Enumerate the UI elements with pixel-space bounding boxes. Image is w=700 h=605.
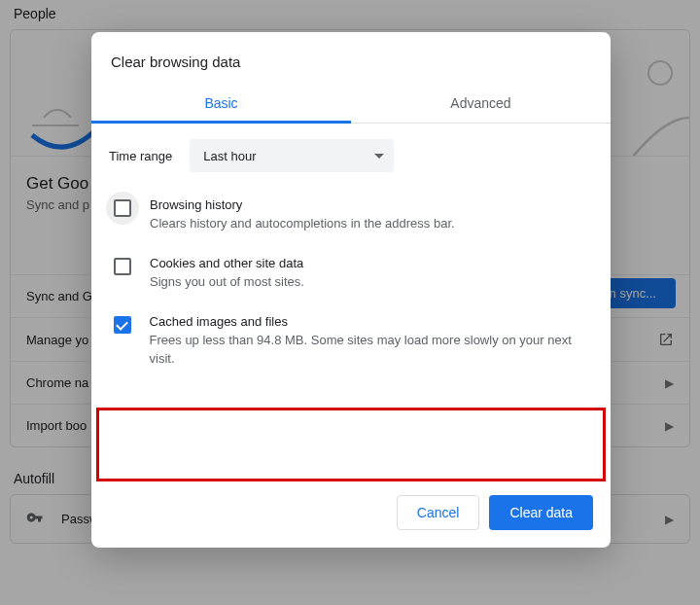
tab-advanced[interactable]: Advanced: [351, 84, 611, 123]
option-browsing-history: Browsing history Clears history and auto…: [109, 190, 593, 248]
option-desc: Clears history and autocompletions in th…: [150, 215, 455, 232]
option-cached-files: Cached images and files Frees up less th…: [109, 306, 593, 382]
time-range-select[interactable]: Last hour: [190, 139, 394, 172]
time-range-value: Last hour: [203, 149, 256, 163]
time-range-row: Time range Last hour: [109, 139, 593, 172]
option-cookies: Cookies and other site data Signs you ou…: [109, 248, 593, 306]
option-title: Browsing history: [150, 197, 455, 212]
time-range-label: Time range: [109, 149, 172, 163]
tab-basic[interactable]: Basic: [91, 84, 351, 123]
option-title: Cookies and other site data: [150, 256, 304, 270]
dialog-footer: Cancel Clear data: [91, 483, 611, 548]
cancel-button[interactable]: Cancel: [397, 495, 480, 530]
clear-data-button[interactable]: Clear data: [489, 495, 593, 530]
annotation-highlight: [96, 408, 606, 481]
option-title: Cached images and files: [150, 314, 593, 329]
checkbox-browsing-history[interactable]: [114, 199, 131, 217]
option-desc: Frees up less than 94.8 MB. Some sites m…: [150, 332, 593, 367]
clear-browsing-data-dialog: Clear browsing data Basic Advanced Time …: [91, 32, 611, 548]
dialog-header: Clear browsing data: [91, 32, 611, 84]
dialog-body: Time range Last hour Browsing history Cl…: [91, 124, 611, 483]
option-desc: Signs you out of most sites.: [150, 273, 304, 291]
dialog-tabs: Basic Advanced: [91, 84, 611, 124]
checkbox-cookies[interactable]: [114, 258, 131, 275]
chevron-down-icon: [374, 154, 384, 159]
dialog-title: Clear browsing data: [111, 53, 591, 70]
checkbox-cached-files[interactable]: [114, 316, 131, 334]
